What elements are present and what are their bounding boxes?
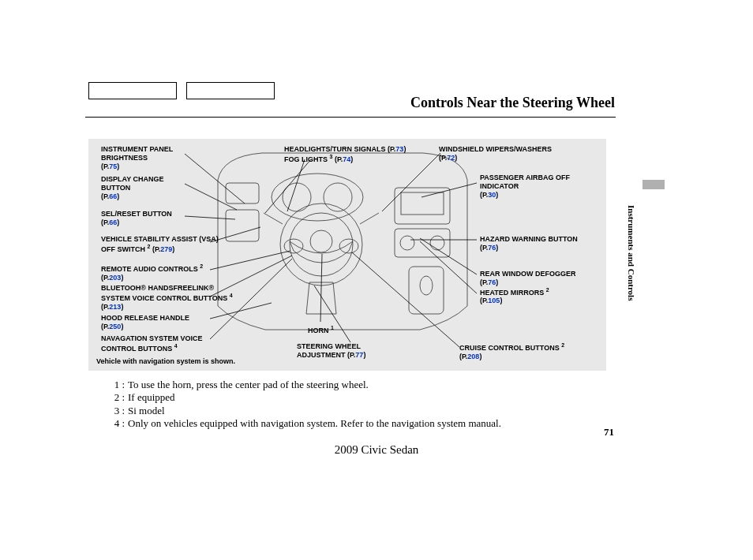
page-ref[interactable]: 30 xyxy=(488,191,496,199)
page-ref[interactable]: 76 xyxy=(488,278,496,286)
diagram-panel: INSTRUMENT PANEL BRIGHTNESS (P.75) DISPL… xyxy=(88,139,606,371)
callout-label: SEL/RESET BUTTON xyxy=(101,210,172,218)
callout-label: STEERING WHEEL ADJUSTMENT xyxy=(297,342,361,359)
svg-point-10 xyxy=(280,203,362,286)
footnote-text: To use the horn, press the center pad of… xyxy=(128,379,369,391)
section-tab-label: Instruments and Controls xyxy=(627,205,636,301)
callout-hazard-warning-button: HAZARD WARNING BUTTON (P.76) xyxy=(480,235,606,252)
footnote-num: 3 xyxy=(114,405,120,416)
callout-hood-release-handle: HOOD RELEASE HANDLE (P.250) xyxy=(101,314,219,331)
page-ref[interactable]: 72 xyxy=(447,154,455,162)
svg-rect-8 xyxy=(226,183,259,203)
svg-point-12 xyxy=(310,230,332,252)
callout-label: BLUETOOH® HANDSFREELINK® SYSTEM VOICE CO… xyxy=(101,284,227,302)
callout-label: FOG LIGHTS xyxy=(284,155,328,163)
svg-rect-17 xyxy=(409,267,444,314)
callout-nav-voice-buttons: NAVAGATION SYSTEM VOICE CONTROL BUTTONS … xyxy=(101,334,227,353)
callout-label: HORN xyxy=(308,327,329,334)
section-tab-marker xyxy=(642,180,665,189)
dashboard-svg xyxy=(215,148,470,341)
svg-rect-4 xyxy=(401,192,444,215)
page-ref[interactable]: 77 xyxy=(355,351,363,359)
page-ref[interactable]: 66 xyxy=(109,192,117,200)
svg-point-1 xyxy=(283,183,311,211)
callout-remote-audio-controls: REMOTE AUDIO CONTROLS 2 (P.203) xyxy=(101,263,219,282)
callout-sup: 2 xyxy=(561,342,564,348)
callout-instrument-panel-brightness: INSTRUMENT PANEL BRIGHTNESS (P.75) xyxy=(101,145,200,170)
callout-label: HOOD RELEASE HANDLE xyxy=(101,314,189,322)
svg-point-7 xyxy=(430,236,444,250)
callout-bluetooth-hfl-buttons: BLUETOOH® HANDSFREELINK® SYSTEM VOICE CO… xyxy=(101,284,234,311)
footnote-num: 2 xyxy=(114,391,120,403)
callout-sup: 4 xyxy=(230,293,233,298)
page-ref[interactable]: 66 xyxy=(109,218,117,226)
callout-wipers-washers: WINDSHIELD WIPERS/WASHERS (P.72) xyxy=(439,145,581,162)
svg-point-0 xyxy=(272,174,363,221)
svg-point-6 xyxy=(400,236,414,250)
footnote-num: 4 xyxy=(114,417,120,429)
callout-vsa-off-switch: VEHICLE STABILITY ASSIST (VSA) OFF SWITC… xyxy=(101,235,219,254)
model-line: 2009 Civic Sedan xyxy=(0,443,753,457)
footnote-text: If equipped xyxy=(128,391,175,404)
callout-label: PASSENGER AIRBAG OFF INDICATOR xyxy=(480,174,570,190)
callout-sel-reset-button: SEL/RESET BUTTON (P.66) xyxy=(101,210,188,227)
header-box-1 xyxy=(88,82,177,99)
page-ref[interactable]: 74 xyxy=(343,155,350,163)
svg-rect-3 xyxy=(395,188,450,224)
callout-passenger-airbag-off: PASSENGER AIRBAG OFF INDICATOR (P.30) xyxy=(480,174,598,199)
svg-line-16 xyxy=(360,213,379,224)
svg-rect-5 xyxy=(395,229,450,257)
page-ref[interactable]: 250 xyxy=(109,323,121,330)
callout-steering-wheel-adjustment: STEERING WHEEL ADJUSTMENT (P.77) xyxy=(297,342,407,360)
callout-label: INSTRUMENT PANEL BRIGHTNESS xyxy=(101,145,173,162)
page-ref[interactable]: 203 xyxy=(109,274,121,282)
callout-cruise-control-buttons: CRUISE CONTROL BUTTONS 2 (P.208) xyxy=(459,342,594,361)
callout-sup: 2 xyxy=(546,287,549,293)
footnote-1: 1 : To use the horn, press the center pa… xyxy=(107,379,501,391)
callout-label: REAR WINDOW DEFOGGER xyxy=(480,270,576,278)
footnote-text: Only on vehicles equipped with navigatio… xyxy=(128,417,501,430)
svg-rect-9 xyxy=(226,210,259,241)
footnotes: 1 : To use the horn, press the center pa… xyxy=(107,379,501,430)
page-title: Controls Near the Steering Wheel xyxy=(410,95,615,111)
callout-label: CRUISE CONTROL BUTTONS xyxy=(459,344,560,352)
page-ref[interactable]: 279 xyxy=(160,245,172,253)
callout-label: HAZARD WARNING BUTTON xyxy=(480,235,578,243)
callout-label: HEATED MIRRORS xyxy=(480,289,544,297)
page-number: 71 xyxy=(604,426,614,439)
callout-sup: 2 xyxy=(148,244,151,249)
footnote-num: 1 xyxy=(114,379,120,390)
header-empty-boxes xyxy=(88,82,275,99)
callout-display-change-button: DISPLAY CHANGE BUTTON (P.66) xyxy=(101,175,188,200)
footnote-text: Si model xyxy=(128,405,165,417)
diagram-note: Vehicle with navigation system is shown. xyxy=(96,357,235,365)
callout-sup: 3 xyxy=(330,154,333,159)
callout-sup: 1 xyxy=(331,325,334,330)
callout-label: NAVAGATION SYSTEM VOICE CONTROL BUTTONS xyxy=(101,334,203,353)
page-ref[interactable]: 73 xyxy=(395,145,403,153)
page-ref[interactable]: 76 xyxy=(488,244,496,252)
page-ref[interactable]: 208 xyxy=(467,353,479,360)
page-ref[interactable]: 105 xyxy=(488,297,500,304)
svg-point-11 xyxy=(290,213,353,276)
callout-sup: 2 xyxy=(200,263,203,269)
callout-label: REMOTE AUDIO CONTROLS xyxy=(101,265,198,273)
callout-rear-defogger-heated-mirrors: REAR WINDOW DEFOGGER (P.76) HEATED MIRRO… xyxy=(480,270,606,305)
page-ref[interactable]: 213 xyxy=(109,303,121,311)
svg-line-15 xyxy=(264,213,283,224)
page-ref[interactable]: 75 xyxy=(109,162,117,170)
callout-label: HEADLIGHTS/TURN SIGNALS xyxy=(284,145,386,153)
callout-label: WINDSHIELD WIPERS/WASHERS xyxy=(439,145,552,153)
callout-horn: HORN 1 xyxy=(308,325,334,335)
callout-sup: 4 xyxy=(174,343,178,349)
dashboard-illustration xyxy=(215,148,470,341)
title-rule xyxy=(85,117,616,118)
footnote-2: 2 : If equipped xyxy=(107,391,501,404)
footnote-4: 4 : Only on vehicles equipped with navig… xyxy=(107,417,501,430)
svg-point-18 xyxy=(420,276,433,295)
footnote-3: 3 : Si model xyxy=(107,405,501,417)
header-box-2 xyxy=(186,82,275,99)
callout-headlights-foglights: HEADLIGHTS/TURN SIGNALS (P.73) FOG LIGHT… xyxy=(284,145,434,164)
callout-label: DISPLAY CHANGE BUTTON xyxy=(101,175,164,192)
